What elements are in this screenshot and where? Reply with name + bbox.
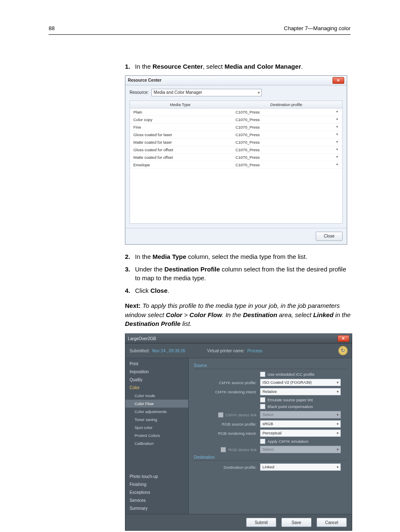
cell: Matte coated for offset [130, 154, 232, 161]
submitted-label: Submitted: [130, 349, 150, 353]
sidebar-item-spot-color[interactable]: Spot color [125, 424, 188, 431]
sidebar-item-color-adjustments[interactable]: Color adjustments [125, 408, 188, 416]
step-1: 1. In the Resource Center, select Media … [125, 62, 351, 71]
vpn-label: Virtual printer name: [207, 349, 245, 353]
sidebar-item-protect-colors[interactable]: Protect Colors [125, 431, 188, 439]
apply-cmyk-emulation-label: Apply CMYK emulation [268, 439, 309, 444]
black-point-checkbox[interactable] [260, 404, 265, 409]
cell[interactable]: C1070_Press [232, 139, 342, 146]
t: in the [333, 311, 351, 318]
table-row[interactable]: EnvelopeC1070_Press [130, 161, 342, 169]
t: In the [135, 63, 153, 70]
col-destination-profile: Destination profile [231, 101, 342, 108]
source-header: Source [194, 363, 347, 369]
t: , select [203, 63, 225, 70]
cell[interactable]: C1070_Press [232, 131, 342, 138]
table-row[interactable]: Matte coated for laserC1070_Press [130, 139, 342, 146]
t: Destination Profile [125, 320, 181, 327]
destination-header: Destination [194, 455, 347, 461]
t: Media and Color Manager [224, 63, 301, 70]
cell[interactable]: C1070_Press [232, 108, 342, 116]
sidebar-item-toner-saving[interactable]: Toner saving [125, 416, 188, 424]
table-row[interactable]: Gloss coated for laserC1070_Press [130, 131, 342, 139]
step-text: In the Resource Center, select Media and… [135, 62, 303, 71]
t: column, select the media type from the l… [186, 253, 307, 260]
step-number: 3. [125, 265, 135, 283]
resource-select[interactable]: Media and Color Manager [151, 89, 262, 96]
next-paragraph: Next: To apply this profile to the media… [125, 301, 351, 328]
window-title: Resource Center [128, 78, 332, 83]
table-row[interactable]: Gloss coated for offsetC1070_Press [130, 146, 342, 154]
rgb-devicelink-label: RGB device link [228, 447, 257, 452]
submit-button[interactable]: Submit [246, 518, 276, 527]
vpn-value: Process [247, 349, 262, 353]
header-rule [49, 34, 351, 35]
t: Resource Center [153, 63, 203, 70]
sidebar-item-color-flow[interactable]: Color Flow [125, 400, 188, 408]
submitted-value: Nov 24 , 09:39:26 [152, 349, 185, 353]
refresh-icon[interactable]: ↻ [338, 346, 348, 355]
t: . [168, 287, 169, 294]
rgb-devicelink-checkbox[interactable] [221, 447, 226, 452]
color-flow-panel: Source Use embedded ICC profile CMYK sou… [189, 358, 352, 514]
use-embedded-label: Use embedded ICC profile [268, 372, 314, 377]
window-title: LargeOver2GB [128, 336, 338, 341]
cell[interactable]: C1070_Press [232, 146, 342, 153]
cmyk-profile-select[interactable]: ISO Coated V2 (FOGRA39) [260, 379, 341, 386]
cell[interactable]: C1070_Press [232, 161, 342, 168]
window-titlebar: Resource Center ✕ [125, 76, 347, 85]
t: Linked [313, 311, 333, 318]
step-text: Click Close. [135, 286, 169, 295]
sidebar-item-summary[interactable]: Summary [125, 504, 188, 512]
cmyk-intent-select[interactable]: Relative [260, 388, 341, 395]
close-icon[interactable]: ✕ [332, 77, 344, 84]
apply-cmyk-emulation-checkbox[interactable] [260, 439, 265, 444]
sidebar-item-quality[interactable]: Quality [125, 376, 188, 384]
emulate-paper-checkbox[interactable] [260, 397, 265, 403]
t: In the [135, 253, 153, 260]
table-row[interactable]: Color copyC1070_Press [130, 116, 342, 124]
destination-profile-select[interactable]: Linked [260, 463, 341, 471]
sidebar-item-services[interactable]: Services [125, 496, 188, 504]
cancel-button[interactable]: Cancel [317, 518, 347, 527]
t: Media Type [153, 253, 187, 260]
black-point-label: Black point compensation [268, 404, 313, 409]
step-text: Under the Destination Profile column sel… [135, 265, 351, 283]
sidebar-item-finishing[interactable]: Finishing [125, 480, 188, 488]
cell: Gloss coated for offset [130, 146, 232, 153]
t: Destination Profile [164, 266, 220, 273]
sidebar-item-imposition[interactable]: Imposition [125, 368, 188, 376]
sidebar-item-print[interactable]: Print [125, 360, 188, 368]
rgb-profile-select[interactable]: sRGB [260, 420, 341, 428]
resource-center-window: Resource Center ✕ Resource: Media and Co… [125, 75, 347, 245]
cell[interactable]: C1070_Press [232, 154, 342, 161]
cell[interactable]: C1070_Press [232, 124, 342, 131]
cell[interactable]: C1070_Press [232, 116, 342, 123]
t: Close [151, 287, 168, 294]
t: > [182, 311, 190, 318]
use-embedded-checkbox[interactable] [260, 372, 265, 377]
t: Under the [135, 266, 164, 273]
sidebar-item-exceptions[interactable]: Exceptions [125, 488, 188, 496]
table-row[interactable]: FineC1070_Press [130, 124, 342, 131]
sidebar-item-calibration[interactable]: Calibration [125, 439, 188, 447]
cmyk-devicelink-checkbox[interactable] [218, 412, 223, 418]
sidebar-item-color[interactable]: Color [125, 384, 188, 392]
page-chapter: Chapter 7—Managing color [284, 25, 351, 31]
media-table: Media Type Destination profile PlainC107… [130, 101, 343, 224]
col-media-type: Media Type [130, 101, 231, 108]
t: Next: [125, 302, 141, 309]
close-icon[interactable]: ✕ [338, 335, 349, 342]
t: Color Flow [190, 311, 222, 318]
table-row[interactable]: Matte coated for offsetC1070_Press [130, 154, 342, 161]
table-row[interactable]: PlainC1070_Press [130, 108, 342, 116]
save-button[interactable]: Save [281, 518, 312, 527]
sidebar-item-color-mode[interactable]: Color mode [125, 392, 188, 400]
rgb-intent-select[interactable]: Perceptual [260, 429, 341, 437]
sidebar-item-photo-touchup[interactable]: Photo touch-up [125, 473, 188, 480]
window-titlebar: LargeOver2GB ✕ [125, 334, 352, 343]
job-parameters-window: LargeOver2GB ✕ Submitted: Nov 24 , 09:39… [125, 333, 352, 531]
close-button[interactable]: Close [316, 232, 343, 241]
step-number: 1. [125, 62, 135, 71]
resource-label: Resource: [130, 90, 149, 95]
